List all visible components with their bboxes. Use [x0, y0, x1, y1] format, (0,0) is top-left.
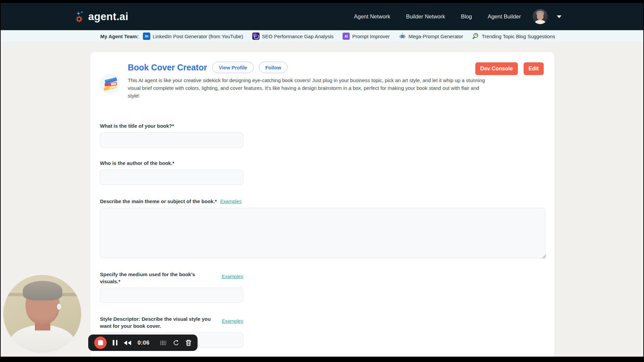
chevron-down-icon[interactable]	[557, 15, 561, 18]
restart-recording-button[interactable]	[173, 340, 179, 346]
seo-swirl-icon	[252, 33, 260, 40]
ai-chip-icon: AI	[342, 33, 350, 40]
team-item-trending-topic-blog[interactable]: Trending Topic Blog Suggestions	[472, 33, 555, 40]
linkedin-icon: in	[143, 33, 150, 40]
main-nav: Agent Network Builder Network Blog Agent…	[354, 13, 521, 20]
team-item-label: SEO Performance Gap Analysis	[262, 34, 333, 39]
follow-button[interactable]: Follow	[259, 62, 288, 73]
agent-team-bar: My Agent Team: in LinkedIn Post Generato…	[1, 30, 643, 43]
top-navbar: agent.ai Agent Network Builder Network B…	[1, 3, 643, 30]
agent-title: Book Cover Creator	[128, 63, 207, 72]
style-examples-link[interactable]: Examples	[222, 318, 243, 324]
agent-ai-logo[interactable]: agent.ai	[75, 11, 128, 23]
team-item-label: Prompt Improver	[352, 34, 390, 39]
magnifier-icon	[472, 33, 480, 40]
agent-team-label: My Agent Team:	[100, 34, 139, 39]
pause-button[interactable]	[113, 340, 117, 346]
resize-handle[interactable]	[542, 254, 546, 258]
agent-header: Book Cover Creator View Profile Follow	[128, 61, 287, 74]
author-input[interactable]	[100, 170, 243, 185]
field-label-theme: Describe the main theme or subject of th…	[100, 198, 217, 205]
stop-recording-button[interactable]	[94, 337, 107, 349]
nav-blog[interactable]: Blog	[461, 13, 472, 20]
user-avatar[interactable]	[533, 9, 548, 24]
rewind-button[interactable]	[123, 340, 131, 346]
dev-console-button[interactable]: Dev Console	[475, 62, 518, 75]
webcam-person-earbud	[57, 304, 61, 310]
agent-ai-logo-text: agent.ai	[88, 11, 128, 23]
restart-icon	[173, 340, 179, 346]
agent-ai-logo-icon	[75, 11, 85, 23]
trash-icon	[185, 340, 192, 346]
webcam-person-hair	[23, 281, 62, 300]
dots-grid-icon	[160, 340, 167, 346]
recording-toolbar: 0:06	[88, 335, 198, 351]
agent-admin-actions: Dev Console Edit	[475, 62, 544, 75]
field-label-medium: Specify the medium used for the book's v…	[100, 271, 204, 285]
team-item-label: Trending Topic Blog Suggestions	[482, 34, 555, 39]
delete-recording-button[interactable]	[185, 340, 192, 346]
team-item-prompt-improver[interactable]: AI Prompt Improver	[342, 33, 390, 40]
team-item-seo-gap-analysis[interactable]: SEO Performance Gap Analysis	[252, 33, 333, 40]
nav-builder-network[interactable]: Builder Network	[406, 13, 445, 20]
agent-books-avatar	[100, 74, 120, 94]
books-icon	[102, 76, 118, 93]
team-item-label: LinkedIn Post Generator (from YouTube)	[153, 34, 243, 39]
medium-input[interactable]	[100, 288, 243, 303]
webcam-bubble[interactable]	[3, 275, 81, 353]
field-label-style-descriptor: Style Descriptor: Describe the visual st…	[100, 315, 217, 329]
rewind-icon	[123, 340, 131, 346]
video-frame: agent.ai Agent Network Builder Network B…	[0, 0, 644, 362]
team-item-linkedin-post-generator[interactable]: in LinkedIn Post Generator (from YouTube…	[143, 33, 243, 40]
browser-viewport: agent.ai Agent Network Builder Network B…	[1, 3, 643, 357]
field-label-author: Who is the author of the book.*	[100, 160, 174, 167]
nav-agent-network[interactable]: Agent Network	[354, 13, 390, 20]
team-item-label: Mega-Prompt Generator	[409, 34, 463, 39]
page-body: Book Cover Creator View Profile Follow D…	[1, 43, 643, 357]
medium-examples-link[interactable]: Examples	[222, 274, 243, 279]
agent-team-items: in LinkedIn Post Generator (from YouTube…	[143, 33, 555, 40]
book-title-input[interactable]	[100, 132, 243, 148]
robot-icon	[399, 33, 406, 40]
field-label-book-title: What is the title of your book?*	[100, 122, 174, 129]
agent-card: Book Cover Creator View Profile Follow D…	[90, 52, 554, 357]
theme-examples-link[interactable]: Examples	[220, 199, 241, 204]
edit-button[interactable]: Edit	[524, 62, 544, 75]
theme-textarea[interactable]	[100, 208, 545, 258]
recording-timer: 0:06	[138, 340, 150, 346]
field-row-theme: Describe the main theme or subject of th…	[100, 198, 241, 205]
team-item-mega-prompt-generator[interactable]: Mega-Prompt Generator	[399, 33, 463, 40]
nav-agent-builder[interactable]: Agent Builder	[488, 13, 521, 20]
view-profile-button[interactable]: View Profile	[212, 62, 254, 73]
stop-icon	[98, 340, 103, 345]
tools-grid-button[interactable]	[160, 340, 167, 346]
agent-description: This AI agent is like your creative side…	[128, 76, 485, 100]
